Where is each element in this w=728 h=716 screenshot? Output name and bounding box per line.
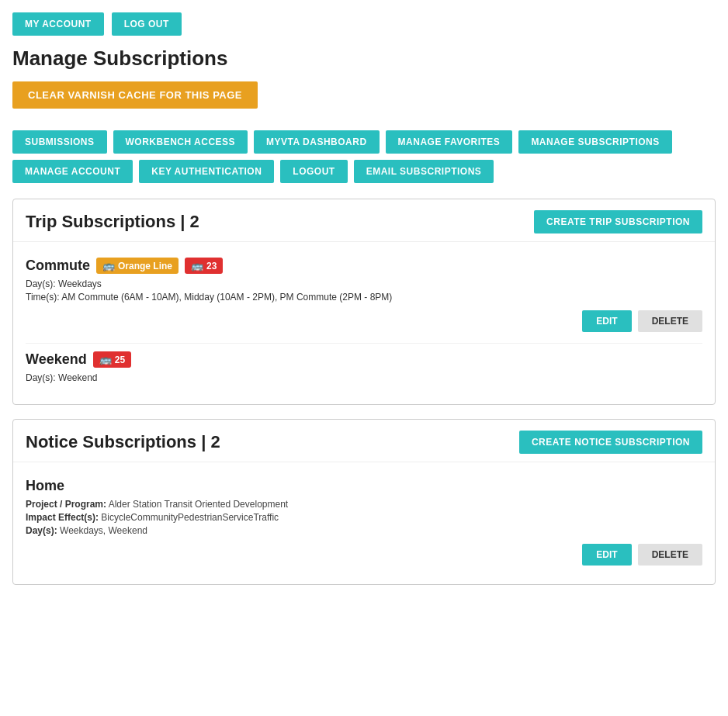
nav-manage-favorites[interactable]: MANAGE FAVORITES [386,130,513,154]
commute-days: Day(s): Weekdays [26,278,702,289]
page-title: Manage Subscriptions [12,47,716,71]
nav-manage-account[interactable]: MANAGE ACCOUNT [12,160,133,183]
home-name-row: Home [26,478,702,494]
home-delete-button[interactable]: DELETE [638,544,702,566]
logout-button[interactable]: LOG OUT [112,12,182,36]
route-23-badge: 23 [185,258,223,274]
nav-email-subscriptions[interactable]: EMAIL SUBSCRIPTIONS [354,160,494,183]
clear-cache-button[interactable]: CLEAR VARNISH CACHE FOR THIS PAGE [12,81,258,109]
commute-times: Time(s): AM Commute (6AM - 10AM), Midday… [26,292,702,303]
nav-buttons: SUBMISSIONS WORKBENCH ACCESS MYVTA DASHB… [12,130,716,183]
nav-key-authentication[interactable]: KEY AUTHENTICATION [139,160,274,183]
trip-subscriptions-header: Trip Subscriptions | 2 CREATE TRIP SUBSC… [13,199,715,241]
home-impact: Impact Effect(s): BicycleCommunityPedest… [26,512,702,523]
notice-subscription-home: Home Project / Program: Alder Station Tr… [26,470,702,576]
nav-workbench-access[interactable]: WORKBENCH ACCESS [113,130,248,154]
commute-actions: EDIT DELETE [26,310,702,332]
route-25-badge: 25 [93,351,131,368]
home-title: Home [26,478,64,494]
nav-submissions[interactable]: SUBMISSIONS [12,130,107,154]
trip-subscription-commute: Commute Orange Line 23 Day(s): Weekdays [26,250,702,344]
weekend-title: Weekend [26,351,87,368]
trip-subscriptions-section: Trip Subscriptions | 2 CREATE TRIP SUBSC… [12,199,716,405]
bus-icon-red-23 [191,260,203,272]
trip-subscriptions-list: Commute Orange Line 23 Day(s): Weekdays [13,241,715,404]
trip-subscriptions-title: Trip Subscriptions | 2 [26,212,199,232]
top-buttons: MY ACCOUNT LOG OUT [12,12,716,36]
commute-delete-button[interactable]: DELETE [638,310,702,332]
nav-myvta-dashboard[interactable]: MYVTA DASHBOARD [254,130,380,154]
orange-line-badge: Orange Line [96,258,179,274]
weekend-days: Day(s): Weekend [26,372,702,383]
weekend-name-row: Weekend 25 [26,351,702,368]
page-wrapper: MY ACCOUNT LOG OUT Manage Subscriptions … [0,0,728,716]
commute-title: Commute [26,258,90,274]
home-actions: EDIT DELETE [26,544,702,566]
my-account-button[interactable]: MY ACCOUNT [12,12,104,36]
bus-icon-orange [102,260,115,272]
bus-icon-red-25 [99,354,112,365]
notice-subscriptions-title: Notice Subscriptions | 2 [26,432,220,452]
notice-subscriptions-list: Home Project / Program: Alder Station Tr… [13,462,715,584]
commute-edit-button[interactable]: EDIT [582,310,631,332]
notice-subscriptions-header: Notice Subscriptions | 2 CREATE NOTICE S… [13,420,715,462]
home-edit-button[interactable]: EDIT [582,544,631,566]
nav-logout[interactable]: LOGOUT [280,160,347,183]
create-notice-subscription-button[interactable]: CREATE NOTICE SUBSCRIPTION [519,431,702,454]
create-trip-subscription-button[interactable]: CREATE TRIP SUBSCRIPTION [534,210,702,233]
home-days: Day(s): Weekdays, Weekend [26,525,702,536]
trip-subscription-weekend: Weekend 25 Day(s): Weekend [26,344,702,396]
notice-subscriptions-section: Notice Subscriptions | 2 CREATE NOTICE S… [12,419,716,585]
nav-manage-subscriptions[interactable]: MANAGE SUBSCRIPTIONS [518,130,671,154]
commute-name-row: Commute Orange Line 23 [26,258,702,274]
home-project: Project / Program: Alder Station Transit… [26,499,702,510]
